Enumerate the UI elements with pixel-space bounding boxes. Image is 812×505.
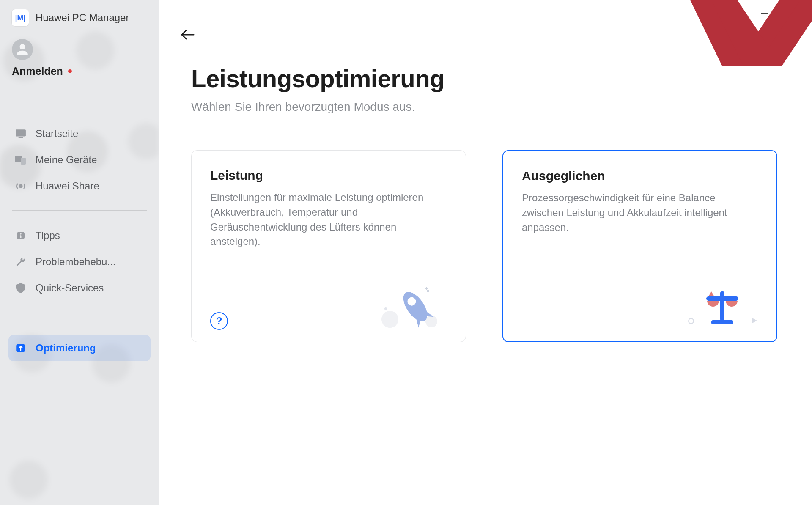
share-icon [14,180,27,192]
nav-group-main: Startseite Meine Geräte Huawei Share [8,121,151,199]
card-title: Leistung [210,168,447,183]
mode-card-balanced[interactable]: Ausgeglichen Prozessorgeschwindigkeit fü… [502,150,777,342]
sidebar-item-startseite[interactable]: Startseite [8,121,151,147]
nav-label: Meine Geräte [36,154,97,166]
card-description: Einstellungen für maximale Leistung opti… [210,190,447,249]
svg-rect-3 [21,158,26,165]
sidebar-item-huawei-share[interactable]: Huawei Share [8,173,151,199]
svg-rect-7 [20,235,22,238]
nav-label: Tipps [36,230,60,242]
rocket-icon [375,279,447,330]
svg-rect-30 [720,291,724,321]
info-icon [14,229,27,242]
watermark-overlay [689,0,812,87]
sidebar-item-quick-services[interactable]: Quick-Services [8,275,151,301]
svg-rect-1 [19,137,23,138]
mode-cards: Leistung Einstellungen für maximale Leis… [191,150,792,342]
sidebar-nav: Startseite Meine Geräte Huawei Share Tip… [0,97,159,361]
user-block[interactable]: Anmelden [0,39,159,97]
main-content: Leistungsoptimierung Wählen Sie Ihren be… [159,0,812,505]
notification-dot-icon [68,69,72,73]
avatar[interactable] [12,39,33,60]
devices-icon [14,154,27,166]
nav-label: Startseite [36,128,78,140]
balance-scale-icon [686,279,758,329]
svg-rect-0 [16,129,26,136]
app-root: |M| Huawei PC Manager Anmelden Startseit… [0,0,812,505]
login-label: Anmelden [12,65,63,77]
nav-group-active: Optimierung [8,335,151,361]
svg-point-23 [427,290,429,292]
login-row[interactable]: Anmelden [12,65,147,77]
svg-rect-31 [706,296,738,301]
help-button[interactable]: ? [210,312,228,330]
svg-point-6 [20,233,22,235]
sidebar-item-meine-geraete[interactable]: Meine Geräte [8,147,151,173]
user-icon [15,42,30,57]
card-footer: ? [210,279,447,330]
sidebar-item-problembehebung[interactable]: Problembehebu... [8,249,151,275]
nav-divider [12,210,147,211]
card-footer [522,279,758,329]
svg-point-20 [425,316,437,327]
svg-marker-28 [752,318,757,324]
nav-label: Optimierung [36,342,96,354]
nav-label: Huawei Share [36,180,99,192]
svg-point-4 [19,185,22,188]
svg-marker-29 [708,291,715,297]
brand: |M| Huawei PC Manager [0,9,159,39]
svg-point-19 [381,311,398,328]
shield-icon [14,282,27,294]
card-title: Ausgeglichen [522,169,758,183]
optimize-icon [14,342,27,354]
sidebar: |M| Huawei PC Manager Anmelden Startseit… [0,0,159,505]
back-button[interactable] [179,26,196,43]
monitor-icon [14,127,27,140]
svg-point-27 [689,318,694,324]
app-logo-icon: |M| [12,9,29,26]
nav-group-tools: Tipps Problembehebu... Quick-Services [8,222,151,301]
mode-card-performance[interactable]: Leistung Einstellungen für maximale Leis… [191,150,466,342]
nav-label: Quick-Services [36,282,104,294]
wrench-icon [14,255,27,268]
nav-label: Problembehebu... [36,256,115,268]
svg-rect-32 [711,320,733,324]
card-description: Prozessorgeschwindigkeit für eine Balanc… [522,191,758,235]
svg-point-26 [384,307,387,310]
app-title: Huawei PC Manager [36,12,129,24]
svg-rect-25 [425,288,428,289]
sidebar-item-tipps[interactable]: Tipps [8,222,151,249]
sidebar-item-optimierung[interactable]: Optimierung [8,335,151,361]
page-subtitle: Wählen Sie Ihren bevorzugten Modus aus. [191,100,792,114]
